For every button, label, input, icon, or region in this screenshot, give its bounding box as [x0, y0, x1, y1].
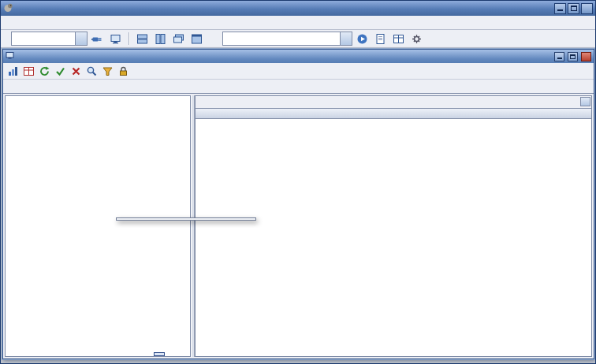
frame-maximize-button[interactable]: [568, 52, 578, 61]
maximize-icon: [571, 6, 577, 11]
maximize-all-icon: [191, 33, 203, 45]
tile-horizontal-icon: [136, 33, 148, 45]
minimize-icon: [557, 54, 562, 59]
application-window: [0, 0, 596, 364]
main-toolbar: [1, 30, 595, 48]
refresh-tree-button[interactable]: [37, 64, 52, 78]
magnifier-icon: [86, 65, 98, 77]
circle-play-icon: [356, 33, 368, 45]
add-to-graph-button[interactable]: [6, 64, 20, 78]
detail-panel: [195, 95, 592, 357]
chevron-down-icon[interactable]: [340, 32, 352, 45]
sql-filter-button[interactable]: [100, 64, 115, 78]
tile-vertical-icon: [155, 33, 166, 45]
cascade-windows-button[interactable]: [170, 31, 187, 46]
toolbar-separator: [129, 32, 129, 45]
lock-icon: [117, 65, 129, 77]
check-icon: [54, 65, 66, 77]
connect-alias-combo[interactable]: [11, 32, 88, 46]
bar-chart-icon: [7, 65, 19, 77]
goto-session-button[interactable]: [354, 31, 371, 46]
rollback-button[interactable]: [69, 64, 84, 78]
sql-worksheet-button[interactable]: [372, 31, 389, 46]
grid-icon: [393, 33, 404, 45]
red-grid-icon: [23, 65, 35, 77]
detail-tabs: [196, 96, 591, 109]
split-pane: [3, 94, 594, 358]
title-bar: [1, 1, 595, 16]
minimize-button[interactable]: [554, 3, 566, 14]
tile-horizontal-button[interactable]: [134, 31, 151, 46]
table-header-row: [196, 109, 591, 119]
active-session-combo[interactable]: [222, 32, 352, 46]
table-count-button[interactable]: [21, 64, 36, 78]
find-button[interactable]: [84, 64, 99, 78]
internal-frame-controls: [553, 52, 591, 61]
internal-frame-titlebar: [3, 50, 594, 63]
session-properties-button[interactable]: [408, 31, 425, 46]
desktop-pane: [1, 48, 595, 363]
session-internal-frame: [2, 49, 594, 359]
window-controls: [554, 3, 593, 14]
frame-minimize-button[interactable]: [554, 52, 564, 61]
refresh-icon: [39, 65, 50, 77]
session-frame-icon: [6, 51, 14, 62]
worksheet-icon: [374, 33, 386, 45]
session-toolbar: [3, 63, 594, 80]
chevron-down-icon[interactable]: [75, 32, 87, 45]
columns-table: [196, 109, 591, 356]
tile-vertical-button[interactable]: [152, 31, 169, 46]
maximize-button[interactable]: [568, 3, 579, 14]
squirrel-app-icon: [3, 2, 13, 15]
cascade-icon: [173, 33, 184, 45]
monitor-icon: [110, 33, 121, 45]
menu-bar: [1, 16, 595, 30]
close-button[interactable]: [581, 3, 593, 14]
object-tree: [5, 95, 191, 357]
funnel-icon: [102, 65, 114, 77]
objects-tree-button[interactable]: [390, 31, 407, 46]
tooltip: [154, 352, 165, 356]
context-menu: [116, 217, 256, 221]
frame-close-button[interactable]: [581, 52, 591, 61]
plug-icon: [91, 33, 103, 45]
tab-scroll-right-button[interactable]: [580, 97, 590, 106]
gear-icon: [411, 33, 423, 45]
minimize-icon: [557, 6, 563, 11]
lock-button[interactable]: [116, 64, 131, 78]
connect-button[interactable]: [89, 31, 106, 46]
new-session-button[interactable]: [107, 31, 124, 46]
maximize-icon: [570, 54, 576, 59]
commit-button[interactable]: [53, 64, 68, 78]
red-x-icon: [70, 65, 82, 77]
maximize-windows-button[interactable]: [188, 31, 205, 46]
session-tabs: [3, 80, 594, 94]
